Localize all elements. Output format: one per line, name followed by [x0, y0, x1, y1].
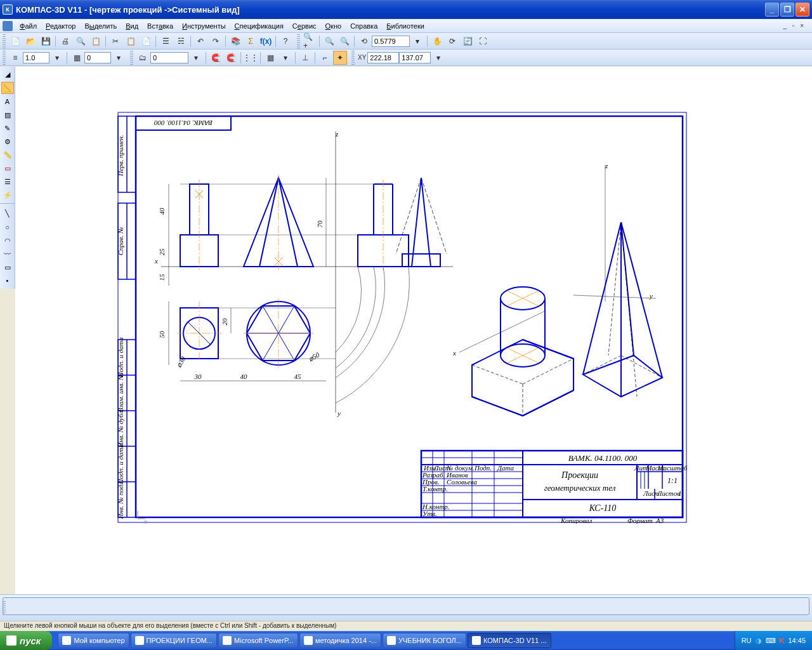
grid-dd[interactable]: ▾ — [278, 51, 292, 65]
layer-btn[interactable]: ▦ — [70, 51, 84, 65]
help-button[interactable]: ? — [278, 34, 292, 48]
grid-button[interactable]: ▦ — [263, 51, 277, 65]
param-tool[interactable]: ⚙ — [1, 136, 14, 148]
snap-active-button[interactable]: ✦ — [333, 51, 347, 65]
arc-tool[interactable]: ◠ — [1, 234, 14, 246]
style-dd[interactable]: ▾ — [50, 51, 64, 65]
layer2-dd[interactable]: ▾ — [189, 51, 203, 65]
menu-tools[interactable]: Инструменты — [178, 20, 230, 32]
task-item[interactable]: УЧЕБНИК БОГОЛ... — [383, 633, 466, 648]
task-item[interactable]: Microsoft PowerP... — [218, 633, 298, 648]
menu-window[interactable]: Окно — [321, 20, 346, 32]
tray-icon[interactable]: ◑ — [756, 637, 762, 645]
toolbar-handle[interactable] — [3, 601, 6, 615]
circle-tool[interactable]: ○ — [1, 221, 14, 233]
hatch-tool[interactable]: ▨ — [1, 109, 14, 121]
print-button[interactable]: 🖨 — [58, 34, 72, 48]
toolbar-handle[interactable] — [351, 51, 355, 65]
assoc-tool[interactable]: ⚡ — [1, 189, 14, 201]
menu-view[interactable]: Вид — [121, 20, 143, 32]
paste-button[interactable]: 📄 — [139, 34, 153, 48]
layer-input[interactable] — [84, 52, 111, 63]
toolbar-handle[interactable] — [3, 34, 6, 48]
menu-select[interactable]: Выделить — [80, 20, 121, 32]
start-button[interactable]: пуск — [0, 631, 52, 650]
clock[interactable]: 14:45 — [788, 637, 806, 644]
copy-button[interactable]: 📋 — [124, 34, 138, 48]
coord-y-input[interactable] — [399, 52, 431, 63]
style-button[interactable]: ≡ — [8, 51, 22, 65]
minimize-button[interactable]: _ — [765, 3, 779, 17]
menu-service[interactable]: Сервис — [288, 20, 321, 32]
props-button[interactable]: ☰ — [159, 34, 173, 48]
menu-help[interactable]: Справка — [346, 20, 382, 32]
style-input[interactable] — [23, 52, 49, 63]
zoom-in-button[interactable]: 🔍+ — [303, 34, 317, 48]
toolbar-handle[interactable] — [130, 51, 133, 65]
doc-menu-icon[interactable] — [3, 21, 13, 31]
coord-x-input[interactable] — [367, 52, 399, 63]
task-item[interactable]: Мой компьютер — [58, 633, 129, 648]
text-tool[interactable]: A — [1, 95, 14, 107]
menu-insert[interactable]: Вставка — [143, 20, 178, 32]
open-button[interactable]: 📂 — [23, 34, 37, 48]
plot-button[interactable]: 📋 — [89, 34, 103, 48]
preview-button[interactable]: 🔍 — [74, 34, 88, 48]
menu-libraries[interactable]: Библиотеки — [382, 20, 429, 32]
line-tool[interactable]: ╲ — [1, 208, 14, 220]
fit-button[interactable]: ⛶ — [476, 34, 490, 48]
props2-button[interactable]: ☵ — [174, 34, 188, 48]
point-tool[interactable]: • — [1, 275, 14, 287]
layer-dd[interactable]: ▾ — [112, 51, 126, 65]
spline-tool[interactable]: 〰 — [1, 248, 14, 260]
zoom-prev-button[interactable]: ⟲ — [357, 34, 371, 48]
cut-button[interactable]: ✂ — [108, 34, 122, 48]
maximize-button[interactable]: ❐ — [780, 3, 794, 17]
fx-button[interactable]: f(x) — [259, 34, 273, 48]
grid-toggle-button[interactable]: ⋮⋮ — [244, 51, 258, 65]
save-button[interactable]: 💾 — [39, 34, 53, 48]
layer2-input[interactable] — [150, 52, 188, 63]
var-button[interactable]: Σ — [244, 34, 258, 48]
dim-tool[interactable]: 📐 — [1, 82, 14, 94]
edit-tool[interactable]: ✎ — [1, 123, 14, 135]
zoom-dyn-button[interactable]: 🔍 — [337, 34, 351, 48]
toolbar-handle[interactable] — [297, 34, 300, 48]
redraw-button[interactable]: 🔄 — [461, 34, 475, 48]
menu-spec[interactable]: Спецификация — [230, 20, 288, 32]
tray-icon[interactable]: ⌨ — [766, 637, 776, 645]
zoom-window-button[interactable]: 🔍 — [322, 34, 336, 48]
zoom-value-input[interactable] — [372, 36, 410, 47]
measure-tool[interactable]: 📏 — [1, 149, 14, 161]
ortho-button[interactable]: ⊥ — [298, 51, 312, 65]
lang-indicator[interactable]: RU — [742, 637, 752, 644]
menu-file[interactable]: ФФайлайл — [15, 20, 41, 32]
lcs-button[interactable]: ⌐ — [318, 51, 332, 65]
task-item[interactable]: методичка 2014 -... — [299, 633, 381, 648]
coord-dd[interactable]: ▾ — [431, 51, 445, 65]
task-item[interactable]: ПРОЕКЦИИ ГЕОМ... — [131, 633, 218, 648]
redo-button[interactable]: ↷ — [209, 34, 223, 48]
mdi-buttons[interactable]: _ ▫ × — [783, 22, 809, 29]
new-button[interactable]: 📄 — [8, 34, 22, 48]
snap-off-button[interactable]: 🧲 — [224, 51, 238, 65]
zoom-dd-button[interactable]: ▾ — [410, 34, 424, 48]
close-button[interactable]: ✕ — [796, 3, 809, 17]
pan-button[interactable]: ✋ — [430, 34, 444, 48]
layers-mgr-button[interactable]: 🗂 — [136, 51, 150, 65]
tray-icon[interactable]: K — [780, 637, 785, 644]
system-tray[interactable]: RU ◑ ⌨ K 14:45 — [735, 631, 812, 650]
toolbar-handle[interactable] — [3, 51, 6, 65]
spec-tool[interactable]: ☰ — [1, 176, 14, 188]
undo-button[interactable]: ↶ — [193, 34, 207, 48]
canvas[interactable]: Перв. примен. Справ. № Подп. и дата Взам… — [15, 67, 812, 594]
task-item-active[interactable]: КОМПАС-3D V11 ... — [468, 633, 551, 648]
rect-tool[interactable]: ▭ — [1, 262, 14, 274]
property-panel[interactable] — [3, 597, 809, 615]
menu-editor[interactable]: Редактор — [41, 20, 80, 32]
snap-on-button[interactable]: 🧲 — [209, 51, 223, 65]
rotate-button[interactable]: ⟳ — [445, 34, 459, 48]
select-tool[interactable]: ▭ — [1, 162, 14, 175]
geom-tool[interactable]: ◢ — [1, 69, 14, 81]
lib-button[interactable]: 📚 — [228, 34, 242, 48]
